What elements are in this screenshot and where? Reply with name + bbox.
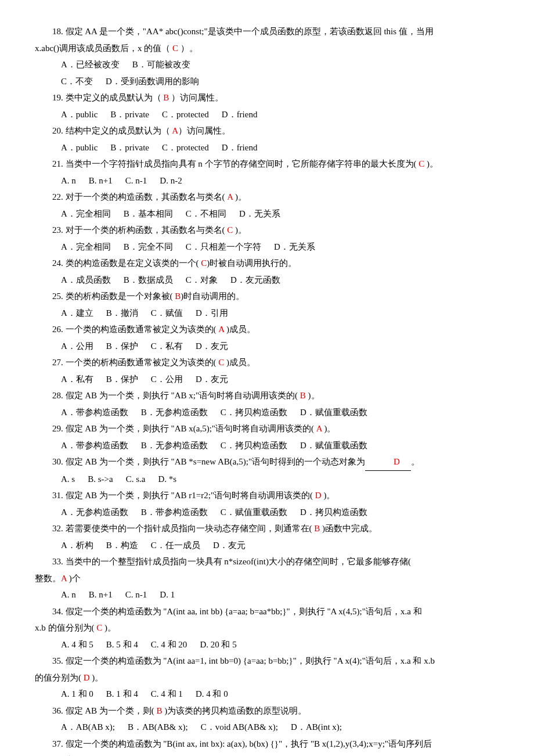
option: A．带参构造函数 xyxy=(61,408,128,417)
question-line: 36. 假定 AB 为一个类，则( B )为该类的拷贝构造函数的原型说明。 xyxy=(35,703,499,719)
question-number: 37. xyxy=(52,739,63,748)
question-text-pre: 类中定义的成员默认为（ xyxy=(63,93,164,102)
options-line: A．AB(AB x);B．AB(AB& x);C．void AB(AB& x);… xyxy=(35,719,499,736)
option: A. 4 和 5 xyxy=(61,640,93,649)
option: C．赋值 xyxy=(151,308,183,318)
answer: C xyxy=(201,258,207,268)
question-line: 22. 对于一个类的构造函数，其函数名与类名( A )。 xyxy=(35,189,499,206)
options-line: A. sB. s->aC. s.aD. *s xyxy=(35,471,499,488)
question-text-post: 。 xyxy=(411,457,420,466)
option: A．已经被改变 xyxy=(61,60,120,69)
option: A．析构 xyxy=(61,541,93,550)
option: C. 4 和 20 xyxy=(151,640,187,649)
option: B．基本相同 xyxy=(124,209,173,218)
option: B．撤消 xyxy=(106,308,138,318)
options-line: A．私有B．保护C．公用D．友元 xyxy=(35,371,499,388)
option: C．protected xyxy=(162,110,209,119)
question-text-pre: 假定 AB 为一个类，则执行 "AB *s=new AB(a,5);"语句时得到… xyxy=(63,457,365,466)
option: D. *s xyxy=(158,474,176,484)
option: A．public xyxy=(61,110,98,119)
option: A．完全相同 xyxy=(61,242,111,251)
option: D．拷贝构造函数 xyxy=(300,507,367,517)
question-number: 23. xyxy=(52,225,63,235)
question-text-pre: 结构中定义的成员默认为（ xyxy=(63,126,172,135)
question-number: 18. xyxy=(52,27,63,36)
options-line: A. 4 和 5B. 5 和 4C. 4 和 20D. 20 和 5 xyxy=(35,636,499,653)
option: D．friend xyxy=(222,110,258,119)
question-continuation: x.abc()调用该成员函数后，x 的值（ C ）。 xyxy=(35,40,499,57)
question-line: 31. 假定 AB 为一个类，则执行 "AB r1=r2;"语句时将自动调用该类… xyxy=(35,487,499,504)
option: B．完全不同 xyxy=(124,242,173,251)
option: D. 1 xyxy=(160,590,175,599)
option: C．对象 xyxy=(186,275,218,285)
option: C．不相同 xyxy=(186,209,226,218)
question-text-cont: x.b 的值分别为( xyxy=(35,623,96,632)
answer: D xyxy=(391,457,402,466)
question-number: 19. xyxy=(52,93,63,102)
question-text-post: )。 xyxy=(102,623,116,632)
option: D．友元 xyxy=(213,541,246,550)
question-line: 34. 假定一个类的构造函数为 "A(int aa, int bb) {a=aa… xyxy=(35,603,499,620)
option: C. 4 和 1 xyxy=(151,689,183,699)
question-text-pre: 假定 AA 是一个类，"AA* abc()const;"是该类中一个成员函数的原… xyxy=(63,27,434,36)
option: A. n xyxy=(61,590,76,599)
option: D. 4 和 0 xyxy=(196,689,228,699)
question-number: 35. xyxy=(52,656,63,665)
option: D．AB(int x); xyxy=(291,722,342,732)
options-line: A. nB. n+1C. n-1D. 1 xyxy=(35,586,499,603)
question-text-pre: 类的构造函数是在定义该类的一个( xyxy=(63,258,201,268)
question-number: 22. xyxy=(52,192,63,201)
answer: A xyxy=(218,325,224,334)
document-page: 18. 假定 AA 是一个类，"AA* abc()const;"是该类中一个成员… xyxy=(35,23,499,756)
answer: B xyxy=(300,391,306,400)
option: D．友元 xyxy=(196,375,228,384)
options-line: A．带参构造函数B．无参构造函数C．拷贝构造函数D．赋值重载函数 xyxy=(35,404,499,421)
question-number: 36. xyxy=(52,706,63,715)
question-line: 18. 假定 AA 是一个类，"AA* abc()const;"是该类中一个成员… xyxy=(35,23,499,40)
question-number: 31. xyxy=(52,491,63,500)
options-line: C．不变D．受到函数调用的影响 xyxy=(35,73,499,90)
question-text-post: )。 xyxy=(322,424,336,433)
question-line: 33. 当类中的一个整型指针成员指向一块具有 n*sizeof(int)大小的存… xyxy=(35,553,499,570)
answer: A xyxy=(227,192,233,201)
option: D．赋值重载函数 xyxy=(300,441,367,450)
options-line: A．公用B．保护C．私有D．友元 xyxy=(35,338,499,355)
options-line: A．已经被改变B．可能被改变 xyxy=(35,56,499,73)
question-line: 20. 结构中定义的成员默认为（ A）访问属性。 xyxy=(35,123,499,139)
question-text-post: )。 xyxy=(233,192,247,201)
option: B. 5 和 4 xyxy=(106,640,138,649)
question-text-post: )。 xyxy=(322,491,335,500)
question-text-pre: 当类中的一个整型指针成员指向一块具有 n*sizeof(int)大小的存储空间时… xyxy=(63,557,411,566)
option: B．private xyxy=(110,110,149,119)
question-number: 34. xyxy=(52,607,63,616)
option: B. n+1 xyxy=(89,590,113,599)
question-text-pre: 类的析构函数是一个对象被( xyxy=(63,291,175,301)
option: B. s->a xyxy=(88,474,113,484)
option: D. n-2 xyxy=(160,176,182,185)
question-number: 24. xyxy=(52,258,63,268)
answer: C xyxy=(96,623,102,632)
option: B．数据成员 xyxy=(124,275,173,285)
question-text-pre: 若需要使类中的一个指针成员指向一块动态存储空间，则通常在( xyxy=(63,524,315,533)
options-line: A. nB. n+1C. n-1D. n-2 xyxy=(35,172,499,189)
answer: A xyxy=(172,126,178,135)
question-number: 27. xyxy=(52,358,63,367)
question-number: 25. xyxy=(52,291,63,301)
option: A．私有 xyxy=(61,375,93,384)
options-line: A．完全相同B．完全不同C．只相差一个字符D．无关系 xyxy=(35,239,499,255)
question-number: 29. xyxy=(52,424,63,433)
question-text-pre: 假定一个类的构造函数为 "A(int aa, int bb) {a=aa; b=… xyxy=(63,607,422,616)
question-number: 32. xyxy=(52,524,63,533)
options-line: A. 1 和 0B. 1 和 4C. 4 和 1D. 4 和 0 xyxy=(35,686,499,703)
question-line: 28. 假定 AB 为一个类，则执行 "AB x;"语句时将自动调用该类的( B… xyxy=(35,387,499,404)
option: D．friend xyxy=(222,143,258,152)
option: A．完全相同 xyxy=(61,209,111,218)
option: B．构造 xyxy=(106,541,138,550)
options-line: A．publicB．privateC．protectedD．friend xyxy=(35,106,499,123)
answer: D xyxy=(84,673,90,682)
question-text-post: ）访问属性。 xyxy=(178,126,230,135)
question-text-post: )。 xyxy=(90,673,104,682)
option: C．拷贝构造函数 xyxy=(221,408,287,417)
question-text-post: ）访问属性。 xyxy=(169,93,223,102)
option: B．保护 xyxy=(106,375,138,384)
